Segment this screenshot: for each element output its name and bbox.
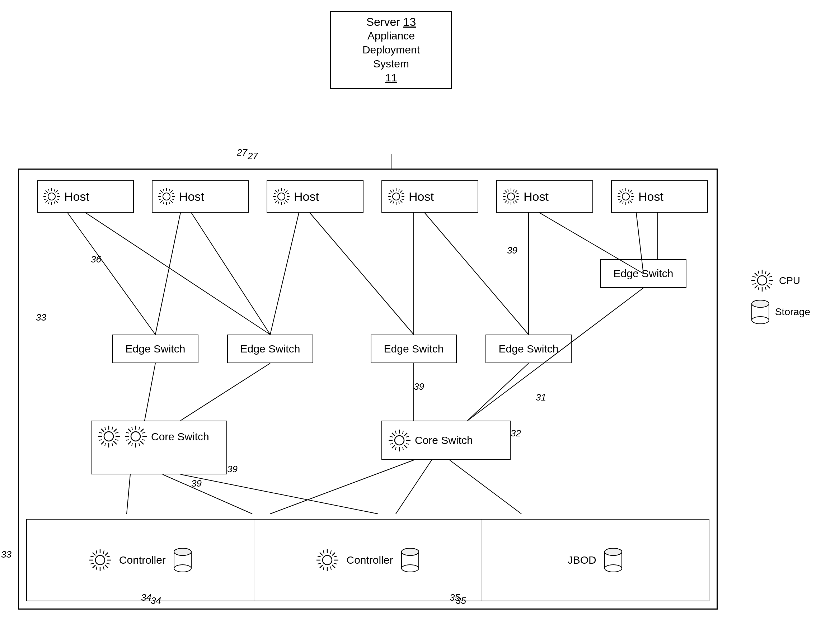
svg-point-245 xyxy=(752,317,769,324)
svg-line-184 xyxy=(323,550,324,554)
svg-line-22 xyxy=(160,190,163,193)
host-label-4: Host xyxy=(409,190,434,204)
svg-line-115 xyxy=(115,432,118,433)
host-label-3: Host xyxy=(294,190,319,204)
edge-switch-1: Edge Switch xyxy=(112,334,198,363)
svg-point-51 xyxy=(392,193,400,200)
label-33-outside: 33 xyxy=(36,312,46,323)
legend-cpu-label: CPU xyxy=(779,275,800,287)
storage-icon-ctrl2 xyxy=(400,547,420,573)
svg-line-32 xyxy=(163,201,164,204)
svg-line-215 xyxy=(180,363,270,421)
svg-line-209 xyxy=(424,213,529,334)
server-number2: 11 xyxy=(335,71,447,84)
svg-line-236 xyxy=(752,276,756,277)
label-39d: 39 xyxy=(191,478,201,489)
svg-line-168 xyxy=(96,567,97,570)
svg-line-45 xyxy=(274,193,276,194)
svg-line-8 xyxy=(46,201,48,202)
edge-switch-label-4: Edge Switch xyxy=(499,343,559,355)
svg-line-221 xyxy=(180,474,378,514)
svg-line-9 xyxy=(48,189,49,192)
svg-line-230 xyxy=(755,273,758,276)
svg-line-126 xyxy=(141,429,143,432)
svg-point-102 xyxy=(104,432,114,441)
controller-1-section: Controller xyxy=(27,520,254,601)
svg-line-239 xyxy=(769,284,772,284)
svg-line-124 xyxy=(128,429,131,432)
svg-line-128 xyxy=(132,427,132,430)
svg-line-44 xyxy=(284,189,284,192)
svg-line-134 xyxy=(132,443,132,446)
svg-line-61 xyxy=(399,189,400,192)
svg-line-235 xyxy=(766,271,766,274)
svg-point-174 xyxy=(174,548,191,555)
svg-line-206 xyxy=(270,213,299,334)
svg-line-146 xyxy=(403,431,403,434)
svg-line-223 xyxy=(396,460,432,514)
svg-line-219 xyxy=(127,474,130,514)
host-box-5: Host xyxy=(496,180,593,213)
svg-line-161 xyxy=(92,565,95,568)
svg-line-113 xyxy=(99,432,102,433)
svg-line-6 xyxy=(55,201,58,202)
legend-storage-label: Storage xyxy=(775,306,810,318)
svg-line-114 xyxy=(99,440,102,440)
svg-line-39 xyxy=(275,190,277,193)
legend-cpu-icon xyxy=(751,269,774,292)
svg-line-141 xyxy=(392,433,395,435)
svg-line-94 xyxy=(623,189,623,192)
svg-point-200 xyxy=(605,565,622,572)
svg-line-67 xyxy=(399,201,400,204)
svg-line-131 xyxy=(126,440,129,440)
svg-line-41 xyxy=(285,190,288,193)
svg-line-241 xyxy=(766,287,766,290)
server-line3: System xyxy=(335,57,447,71)
server-body: Appliance Deployment System 11 xyxy=(335,29,447,84)
server-title: Server 13 xyxy=(335,15,447,29)
svg-line-107 xyxy=(101,429,104,432)
svg-point-201 xyxy=(605,548,622,555)
server-line2: Deployment xyxy=(335,43,447,57)
edge-switch-2: Edge Switch xyxy=(227,334,313,363)
svg-line-100 xyxy=(623,201,623,204)
svg-point-246 xyxy=(752,300,769,307)
svg-line-214 xyxy=(145,363,155,421)
svg-line-224 xyxy=(450,460,521,514)
svg-line-165 xyxy=(91,563,94,564)
svg-line-169 xyxy=(103,567,104,570)
core-switch-label-2: Core Switch xyxy=(415,434,473,446)
svg-line-74 xyxy=(515,201,517,202)
svg-line-14 xyxy=(57,199,59,200)
svg-line-151 xyxy=(395,447,396,450)
label-34: 34 xyxy=(141,592,151,603)
svg-line-60 xyxy=(393,189,394,192)
svg-line-11 xyxy=(44,193,47,194)
svg-line-232 xyxy=(767,273,770,276)
svg-line-56 xyxy=(390,190,392,193)
svg-line-183 xyxy=(320,565,323,568)
svg-line-109 xyxy=(114,429,117,432)
svg-point-0 xyxy=(48,193,55,200)
cpu-icon-host2 xyxy=(158,187,175,205)
svg-line-233 xyxy=(755,285,758,288)
svg-line-162 xyxy=(96,550,97,554)
svg-line-95 xyxy=(628,189,629,192)
controller-2-section: Controller xyxy=(254,520,482,601)
server-number: 13 xyxy=(403,15,416,28)
svg-line-202 xyxy=(68,213,155,334)
svg-line-145 xyxy=(395,431,396,434)
cpu-icon-cs2 xyxy=(388,429,411,452)
svg-line-78 xyxy=(514,189,514,192)
svg-line-63 xyxy=(389,199,391,200)
svg-line-182 xyxy=(332,552,335,555)
edge-switch-5: Edge Switch xyxy=(600,259,686,288)
edge-switch-label-3: Edge Switch xyxy=(384,343,444,355)
host-label-1: Host xyxy=(64,190,89,204)
svg-line-43 xyxy=(278,189,279,192)
cpu-icon-cs1a xyxy=(97,425,121,448)
svg-point-119 xyxy=(131,432,140,441)
server-line1: Appliance xyxy=(335,29,447,43)
svg-line-90 xyxy=(620,190,622,193)
svg-line-111 xyxy=(105,427,106,430)
